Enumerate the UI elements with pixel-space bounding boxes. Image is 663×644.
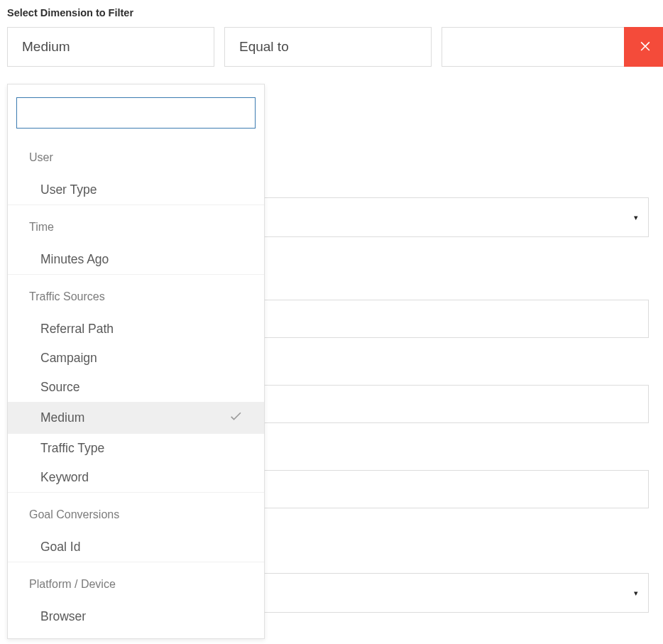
option-minutes-ago[interactable]: Minutes Ago xyxy=(8,245,264,274)
option-source[interactable]: Source xyxy=(8,373,264,402)
filter-row: Medium Equal to xyxy=(7,27,656,67)
remove-filter-button[interactable] xyxy=(624,27,663,67)
option-goal-id[interactable]: Goal Id xyxy=(8,533,264,562)
option-medium[interactable]: Medium xyxy=(8,402,264,434)
value-wrap xyxy=(442,27,663,67)
close-icon xyxy=(638,38,652,55)
section-label: Select Dimension to Filter xyxy=(7,7,656,18)
option-browser[interactable]: Browser xyxy=(8,602,264,638)
dimension-dropdown: User User Type Time Minutes Ago Traffic … xyxy=(7,84,265,639)
dropdown-scroll[interactable]: User User Type Time Minutes Ago Traffic … xyxy=(8,136,264,638)
group-header-platform-device: Platform / Device xyxy=(8,562,264,602)
dropdown-search-input[interactable] xyxy=(16,97,256,129)
group-header-time: Time xyxy=(8,205,264,245)
option-label: Referral Path xyxy=(40,322,114,337)
dimension-select[interactable]: Medium xyxy=(7,27,214,67)
operator-select-value: Equal to xyxy=(239,39,289,55)
group-header-traffic-sources: Traffic Sources xyxy=(8,275,264,315)
option-label: User Type xyxy=(40,182,97,197)
option-campaign[interactable]: Campaign xyxy=(8,344,264,373)
dimension-select-value: Medium xyxy=(22,39,70,55)
group-header-goal-conversions: Goal Conversions xyxy=(8,493,264,533)
option-label: Traffic Type xyxy=(40,441,104,456)
value-input[interactable] xyxy=(442,27,624,67)
option-label: Minutes Ago xyxy=(40,252,109,267)
dropdown-search-wrap xyxy=(8,84,264,136)
option-label: Keyword xyxy=(40,470,89,485)
chevron-down-icon: ▾ xyxy=(634,589,638,598)
option-label: Medium xyxy=(40,410,84,425)
operator-select[interactable]: Equal to xyxy=(224,27,432,67)
option-label: Browser xyxy=(40,609,86,624)
option-label: Source xyxy=(40,380,80,395)
option-referral-path[interactable]: Referral Path xyxy=(8,315,264,344)
option-keyword[interactable]: Keyword xyxy=(8,463,264,492)
option-label: Goal Id xyxy=(40,540,80,555)
group-header-user: User xyxy=(8,136,264,175)
chevron-down-icon: ▾ xyxy=(634,213,638,222)
option-user-type[interactable]: User Type xyxy=(8,175,264,204)
option-traffic-type[interactable]: Traffic Type xyxy=(8,434,264,463)
check-icon xyxy=(229,409,243,427)
option-label: Campaign xyxy=(40,351,97,366)
